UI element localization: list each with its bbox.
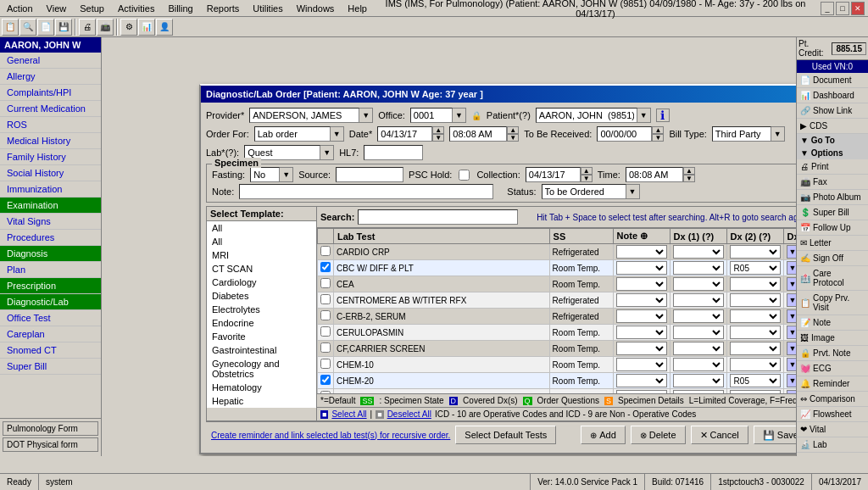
lab-dx-btn-cea[interactable]: ▼D›: [787, 277, 796, 291]
right-btn-image[interactable]: 🖼 Image: [797, 331, 868, 346]
info-icon[interactable]: ℹ: [656, 109, 670, 122]
select-all-label[interactable]: Select All: [331, 409, 366, 419]
row-check-chem20[interactable]: [320, 375, 331, 385]
template-item-cardiology[interactable]: Cardiology: [207, 276, 316, 289]
sidebar-item-procedures[interactable]: Procedures: [0, 230, 101, 246]
note-sort-icon[interactable]: ⊕: [640, 231, 648, 241]
lab-dx2-chem10[interactable]: [730, 358, 781, 371]
lab-dropdown-btn[interactable]: ▼: [320, 145, 334, 160]
status-dropdown-btn[interactable]: ▼: [626, 184, 640, 199]
right-btn-flowsheet[interactable]: 📈 Flowsheet: [797, 407, 868, 422]
office-dropdown-btn[interactable]: ▼: [453, 108, 466, 123]
template-item-diabetes[interactable]: Diabetes: [207, 289, 316, 303]
lab-note-cerulopasmin[interactable]: [616, 326, 667, 339]
office-input[interactable]: [410, 108, 453, 123]
sidebar-item-allergy[interactable]: Allergy: [0, 69, 101, 85]
order-for-dropdown-btn[interactable]: ▼: [331, 126, 344, 142]
received-up-btn[interactable]: ▲: [652, 126, 664, 134]
toolbar-btn-6[interactable]: 📠: [97, 19, 114, 36]
select-all-icon[interactable]: ■: [320, 410, 328, 419]
sidebar-item-social-history[interactable]: Social History: [0, 165, 101, 181]
legend-s-icon[interactable]: S: [604, 397, 613, 405]
sidebar-item-diagnosis[interactable]: Diagnosis: [0, 246, 101, 262]
template-item-hepatic[interactable]: Hepatic: [207, 394, 316, 408]
legend-ss[interactable]: SS: [360, 397, 374, 405]
lab-note-chem20[interactable]: [616, 374, 667, 387]
row-check-cbc[interactable]: [320, 262, 331, 272]
save-btn[interactable]: 💾 Save: [754, 426, 796, 444]
lab-dx-btn-centromere[interactable]: ▼D›: [787, 293, 796, 307]
coll-time-down-btn[interactable]: ▼: [683, 175, 695, 182]
menu-view[interactable]: View: [43, 3, 70, 14]
search-input[interactable]: [358, 209, 518, 225]
sidebar-item-ros[interactable]: ROS: [0, 117, 101, 133]
collection-time-input[interactable]: [626, 167, 683, 182]
right-btn-note[interactable]: 📝 Note: [797, 315, 868, 331]
sidebar-item-immunization[interactable]: Immunization: [0, 181, 101, 198]
sidebar-item-careplan[interactable]: Careplan: [0, 326, 101, 342]
lab-note-cardio-crp[interactable]: [616, 245, 667, 259]
menu-help[interactable]: Help: [344, 3, 370, 14]
maximize-btn[interactable]: □: [836, 2, 849, 15]
right-btn-fax[interactable]: 📠 Fax: [797, 175, 868, 190]
dx1-sort-icon[interactable]: (?): [702, 231, 714, 242]
lab-note-centromere[interactable]: [616, 293, 667, 307]
psc-hold-checkbox[interactable]: [459, 170, 470, 181]
lab-dx2-cerulopasmin[interactable]: [730, 326, 781, 339]
lab-note-cea[interactable]: [616, 277, 667, 291]
bill-type-input[interactable]: [712, 126, 771, 142]
menu-activities[interactable]: Activities: [114, 3, 158, 14]
toolbar-btn-3[interactable]: 📄: [37, 19, 54, 36]
date-down-btn[interactable]: ▼: [432, 134, 444, 142]
lab-dx1-cerb2[interactable]: [673, 309, 724, 323]
lab-dx-btn-cbc[interactable]: ▼D›: [787, 261, 796, 275]
sidebar-item-diagnostic-lab[interactable]: Diagnostic/Lab: [0, 294, 101, 310]
sidebar-item-general[interactable]: General: [0, 53, 101, 69]
sidebar-item-family-history[interactable]: Family History: [0, 149, 101, 165]
patient-icon[interactable]: 🔒: [471, 111, 481, 120]
time-input[interactable]: [449, 126, 507, 142]
sidebar-item-office-test[interactable]: Office Test: [0, 310, 101, 326]
patient-input[interactable]: [536, 108, 637, 123]
fasting-input[interactable]: [250, 167, 280, 182]
sidebar-item-current-med[interactable]: Current Medication: [0, 101, 101, 117]
lab-dx-btn-cardio-crp[interactable]: ▼D›: [787, 245, 796, 259]
right-btn-lab[interactable]: 🔬 Lab: [797, 437, 868, 453]
lab-note-cf[interactable]: [616, 342, 667, 355]
lab-dx1-cbc[interactable]: [673, 261, 724, 275]
legend-d-icon[interactable]: D: [449, 397, 459, 405]
right-btn-reminder[interactable]: 🔔 Reminder: [797, 376, 868, 392]
add-btn[interactable]: ⊕ Add: [581, 426, 626, 444]
lab-note-cerb2[interactable]: [616, 309, 667, 323]
right-btn-cds[interactable]: ▶ CDS: [797, 119, 868, 134]
right-btn-care-protocol[interactable]: 🏥 Care Protocol: [797, 266, 868, 291]
row-check-centromere[interactable]: [320, 294, 331, 304]
pulmonology-form-btn[interactable]: Pulmonology Form: [3, 421, 98, 436]
lab-dx2-cardio-crp[interactable]: [730, 245, 781, 259]
collection-input[interactable]: [526, 167, 581, 182]
template-item-gynecology[interactable]: Gynecology and Obstetrics: [207, 357, 316, 381]
row-check-chem10[interactable]: [320, 359, 331, 369]
right-btn-letter[interactable]: ✉ Letter: [797, 236, 868, 251]
toolbar-btn-2[interactable]: 🔍: [19, 19, 36, 36]
bill-type-dropdown-btn[interactable]: ▼: [771, 126, 785, 142]
dx2-sort-icon[interactable]: (?): [759, 231, 771, 242]
sidebar-item-vital-signs[interactable]: Vital Signs: [0, 214, 101, 230]
lab-dx1-chem10[interactable]: [673, 358, 724, 371]
right-btn-show-link[interactable]: 🔗 Show Link: [797, 103, 868, 119]
legend-q-icon[interactable]: Q: [523, 397, 532, 405]
sidebar-item-plan[interactable]: Plan: [0, 262, 101, 278]
note-input[interactable]: [239, 184, 493, 199]
menu-utilities[interactable]: Utilities: [249, 3, 286, 14]
template-item-electrolytes[interactable]: Electrolytes: [207, 303, 316, 316]
template-item-hematology[interactable]: Hematology: [207, 381, 316, 394]
provider-input[interactable]: [249, 108, 359, 123]
received-input[interactable]: [597, 126, 652, 142]
lab-dx-btn-cerb2[interactable]: ▼D›: [787, 309, 796, 323]
template-item-mri[interactable]: MRI: [207, 248, 316, 262]
row-check-cerulopasmin[interactable]: [320, 326, 331, 337]
template-item-endocrine[interactable]: Endocrine: [207, 316, 316, 330]
toolbar-btn-1[interactable]: 📋: [2, 19, 19, 36]
template-item-all2[interactable]: All: [207, 235, 316, 248]
lab-dx2-cerb2[interactable]: [730, 309, 781, 323]
